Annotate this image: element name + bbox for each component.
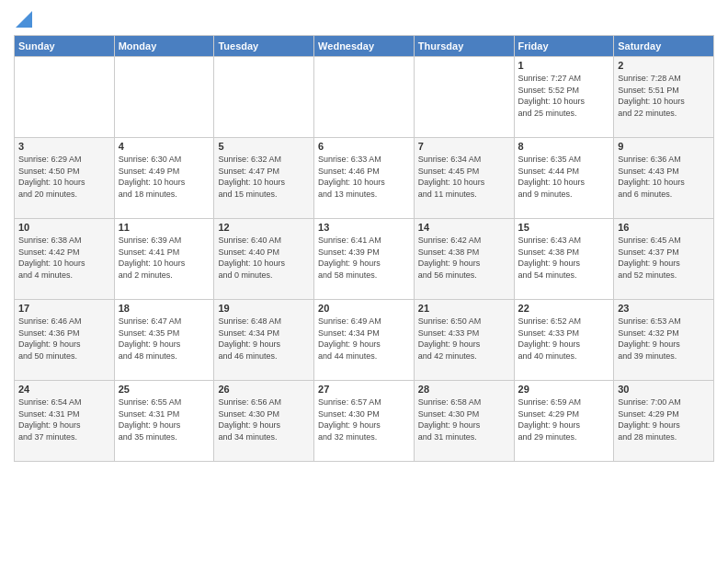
day-info: Sunrise: 6:53 AM Sunset: 4:32 PM Dayligh… [618, 316, 710, 362]
weekday-header: Thursday [414, 36, 514, 57]
calendar-cell: 20Sunrise: 6:49 AM Sunset: 4:34 PM Dayli… [314, 300, 415, 381]
day-number: 25 [119, 384, 210, 395]
calendar-cell [114, 57, 214, 138]
day-number: 28 [418, 384, 510, 395]
day-info: Sunrise: 6:49 AM Sunset: 4:34 PM Dayligh… [318, 316, 410, 362]
day-info: Sunrise: 6:58 AM Sunset: 4:30 PM Dayligh… [418, 396, 510, 442]
calendar-cell: 27Sunrise: 6:57 AM Sunset: 4:30 PM Dayli… [314, 381, 415, 462]
calendar-cell: 21Sunrise: 6:50 AM Sunset: 4:33 PM Dayli… [414, 300, 514, 381]
day-number: 21 [418, 303, 510, 314]
day-info: Sunrise: 6:47 AM Sunset: 4:35 PM Dayligh… [119, 316, 210, 362]
day-info: Sunrise: 6:43 AM Sunset: 4:38 PM Dayligh… [518, 235, 610, 281]
day-number: 14 [418, 222, 510, 233]
day-number: 18 [119, 303, 210, 314]
svg-marker-0 [16, 11, 32, 28]
day-number: 2 [618, 60, 710, 71]
day-number: 7 [418, 141, 510, 152]
day-info: Sunrise: 6:35 AM Sunset: 4:44 PM Dayligh… [518, 154, 610, 200]
weekday-header: Wednesday [314, 36, 415, 57]
calendar-cell: 4Sunrise: 6:30 AM Sunset: 4:49 PM Daylig… [114, 138, 214, 219]
day-info: Sunrise: 6:42 AM Sunset: 4:38 PM Dayligh… [418, 235, 510, 281]
day-number: 9 [618, 141, 710, 152]
day-number: 13 [318, 222, 410, 233]
day-number: 3 [18, 141, 110, 152]
day-info: Sunrise: 6:50 AM Sunset: 4:33 PM Dayligh… [418, 316, 510, 362]
calendar-cell: 3Sunrise: 6:29 AM Sunset: 4:50 PM Daylig… [15, 138, 115, 219]
day-info: Sunrise: 6:38 AM Sunset: 4:42 PM Dayligh… [18, 235, 110, 281]
day-number: 6 [318, 141, 410, 152]
day-number: 12 [218, 222, 310, 233]
day-number: 27 [318, 384, 410, 395]
calendar-week-row: 3Sunrise: 6:29 AM Sunset: 4:50 PM Daylig… [15, 138, 714, 219]
day-info: Sunrise: 6:54 AM Sunset: 4:31 PM Dayligh… [18, 396, 110, 442]
day-info: Sunrise: 6:45 AM Sunset: 4:37 PM Dayligh… [618, 235, 710, 281]
calendar-cell: 11Sunrise: 6:39 AM Sunset: 4:41 PM Dayli… [114, 219, 214, 300]
logo [14, 13, 32, 28]
calendar-cell: 8Sunrise: 6:35 AM Sunset: 4:44 PM Daylig… [514, 138, 614, 219]
day-info: Sunrise: 6:32 AM Sunset: 4:47 PM Dayligh… [218, 154, 310, 200]
day-info: Sunrise: 6:52 AM Sunset: 4:33 PM Dayligh… [518, 316, 610, 362]
calendar-cell: 10Sunrise: 6:38 AM Sunset: 4:42 PM Dayli… [15, 219, 115, 300]
calendar-cell: 29Sunrise: 6:59 AM Sunset: 4:29 PM Dayli… [514, 381, 614, 462]
day-info: Sunrise: 6:41 AM Sunset: 4:39 PM Dayligh… [318, 235, 410, 281]
calendar-cell: 14Sunrise: 6:42 AM Sunset: 4:38 PM Dayli… [414, 219, 514, 300]
day-info: Sunrise: 7:28 AM Sunset: 5:51 PM Dayligh… [618, 73, 710, 119]
calendar-cell: 24Sunrise: 6:54 AM Sunset: 4:31 PM Dayli… [15, 381, 115, 462]
day-info: Sunrise: 6:48 AM Sunset: 4:34 PM Dayligh… [218, 316, 310, 362]
day-number: 30 [618, 384, 710, 395]
calendar-cell [214, 57, 314, 138]
calendar-cell: 1Sunrise: 7:27 AM Sunset: 5:52 PM Daylig… [514, 57, 614, 138]
day-info: Sunrise: 6:39 AM Sunset: 4:41 PM Dayligh… [119, 235, 210, 281]
day-number: 23 [618, 303, 710, 314]
calendar-week-row: 24Sunrise: 6:54 AM Sunset: 4:31 PM Dayli… [15, 381, 714, 462]
weekday-header: Sunday [15, 36, 115, 57]
page-container: SundayMondayTuesdayWednesdayThursdayFrid… [0, 0, 728, 466]
day-info: Sunrise: 6:34 AM Sunset: 4:45 PM Dayligh… [418, 154, 510, 200]
logo-triangle-icon [16, 11, 32, 28]
day-number: 24 [18, 384, 110, 395]
day-info: Sunrise: 6:33 AM Sunset: 4:46 PM Dayligh… [318, 154, 410, 200]
header [14, 9, 714, 28]
calendar-cell: 19Sunrise: 6:48 AM Sunset: 4:34 PM Dayli… [214, 300, 314, 381]
day-number: 5 [218, 141, 310, 152]
calendar-cell: 13Sunrise: 6:41 AM Sunset: 4:39 PM Dayli… [314, 219, 415, 300]
calendar-week-row: 1Sunrise: 7:27 AM Sunset: 5:52 PM Daylig… [15, 57, 714, 138]
calendar-cell: 25Sunrise: 6:55 AM Sunset: 4:31 PM Dayli… [114, 381, 214, 462]
calendar-cell: 22Sunrise: 6:52 AM Sunset: 4:33 PM Dayli… [514, 300, 614, 381]
day-info: Sunrise: 6:40 AM Sunset: 4:40 PM Dayligh… [218, 235, 310, 281]
day-number: 8 [518, 141, 610, 152]
day-info: Sunrise: 7:27 AM Sunset: 5:52 PM Dayligh… [518, 73, 610, 119]
weekday-header: Friday [514, 36, 614, 57]
calendar-cell: 7Sunrise: 6:34 AM Sunset: 4:45 PM Daylig… [414, 138, 514, 219]
day-number: 20 [318, 303, 410, 314]
day-info: Sunrise: 6:57 AM Sunset: 4:30 PM Dayligh… [318, 396, 410, 442]
calendar-cell: 23Sunrise: 6:53 AM Sunset: 4:32 PM Dayli… [614, 300, 714, 381]
day-number: 15 [518, 222, 610, 233]
calendar-cell: 2Sunrise: 7:28 AM Sunset: 5:51 PM Daylig… [614, 57, 714, 138]
calendar-week-row: 17Sunrise: 6:46 AM Sunset: 4:36 PM Dayli… [15, 300, 714, 381]
day-info: Sunrise: 6:55 AM Sunset: 4:31 PM Dayligh… [119, 396, 210, 442]
day-info: Sunrise: 6:29 AM Sunset: 4:50 PM Dayligh… [18, 154, 110, 200]
calendar-table: SundayMondayTuesdayWednesdayThursdayFrid… [14, 35, 714, 462]
calendar-cell: 5Sunrise: 6:32 AM Sunset: 4:47 PM Daylig… [214, 138, 314, 219]
day-info: Sunrise: 6:36 AM Sunset: 4:43 PM Dayligh… [618, 154, 710, 200]
day-number: 16 [618, 222, 710, 233]
weekday-header: Saturday [614, 36, 714, 57]
calendar-cell: 28Sunrise: 6:58 AM Sunset: 4:30 PM Dayli… [414, 381, 514, 462]
calendar-cell: 9Sunrise: 6:36 AM Sunset: 4:43 PM Daylig… [614, 138, 714, 219]
calendar-cell: 6Sunrise: 6:33 AM Sunset: 4:46 PM Daylig… [314, 138, 415, 219]
calendar-cell: 30Sunrise: 7:00 AM Sunset: 4:29 PM Dayli… [614, 381, 714, 462]
calendar-header-row: SundayMondayTuesdayWednesdayThursdayFrid… [15, 36, 714, 57]
day-number: 19 [218, 303, 310, 314]
day-number: 1 [518, 60, 610, 71]
day-number: 4 [119, 141, 210, 152]
calendar-cell [414, 57, 514, 138]
calendar-cell: 18Sunrise: 6:47 AM Sunset: 4:35 PM Dayli… [114, 300, 214, 381]
calendar-cell [15, 57, 115, 138]
day-number: 29 [518, 384, 610, 395]
calendar-cell: 15Sunrise: 6:43 AM Sunset: 4:38 PM Dayli… [514, 219, 614, 300]
day-info: Sunrise: 6:59 AM Sunset: 4:29 PM Dayligh… [518, 396, 610, 442]
calendar-cell: 17Sunrise: 6:46 AM Sunset: 4:36 PM Dayli… [15, 300, 115, 381]
day-number: 22 [518, 303, 610, 314]
calendar-cell [314, 57, 415, 138]
